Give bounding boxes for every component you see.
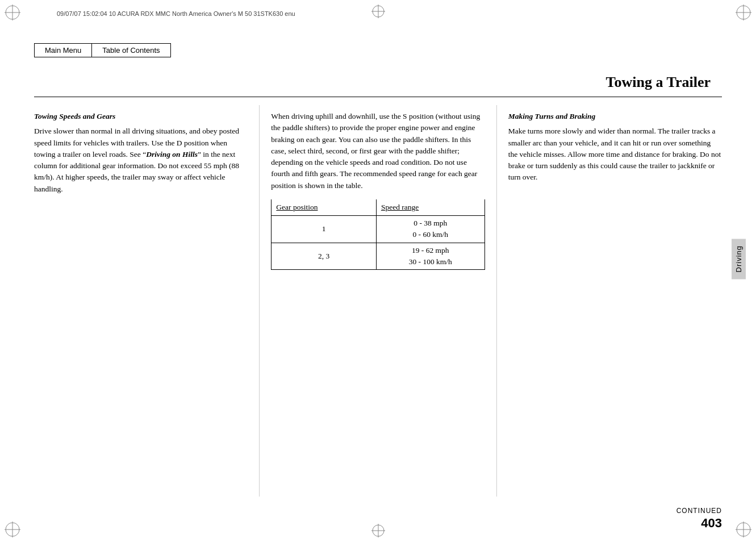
gear-pos-2-3: 2, 3 xyxy=(272,243,377,270)
table-row: 2, 3 19 - 62 mph30 - 100 km/h xyxy=(272,243,484,270)
corner-reg-tl xyxy=(5,5,20,20)
col-left-heading: Towing Speeds and Gears xyxy=(34,111,248,122)
page-title: Towing a Trailer xyxy=(606,74,711,91)
content-area: Towing Speeds and Gears Drive slower tha… xyxy=(34,105,722,497)
main-menu-button[interactable]: Main Menu xyxy=(34,43,91,57)
corner-reg-br xyxy=(736,522,751,537)
gear-table-header-speed: Speed range xyxy=(376,199,484,216)
col-left: Towing Speeds and Gears Drive slower tha… xyxy=(34,105,260,497)
table-row: 1 0 - 38 mph0 - 60 km/h xyxy=(272,216,484,243)
col-middle-body: When driving uphill and downhill, use th… xyxy=(271,111,484,191)
corner-reg-tr xyxy=(736,5,751,20)
col-left-body: Drive slower than normal in all driving … xyxy=(34,126,248,195)
title-rule xyxy=(34,97,722,97)
gear-table-header-position: Gear position xyxy=(272,199,377,216)
col-right-body: Make turns more slowly and wider than no… xyxy=(508,126,722,183)
speed-range-2-3: 19 - 62 mph30 - 100 km/h xyxy=(376,243,484,270)
speed-range-1: 0 - 38 mph0 - 60 km/h xyxy=(376,216,484,243)
gear-pos-1: 1 xyxy=(272,216,377,243)
continued-label: CONTINUED xyxy=(676,507,722,515)
col-middle: When driving uphill and downhill, use th… xyxy=(260,105,496,497)
table-of-contents-button[interactable]: Table of Contents xyxy=(91,43,170,57)
nav-bar: Main Menu Table of Contents xyxy=(34,43,722,57)
crosshair-top xyxy=(371,5,385,18)
driving-tab: Driving xyxy=(732,239,746,279)
page-number: 403 xyxy=(701,516,722,531)
gear-table: Gear position Speed range 1 0 - 38 mph0 … xyxy=(271,199,484,270)
corner-reg-bl xyxy=(5,522,20,537)
col-right: Making Turns and Braking Make turns more… xyxy=(497,105,722,497)
col-right-heading: Making Turns and Braking xyxy=(508,111,722,122)
col-left-bold-link: Driving on Hills xyxy=(146,150,198,159)
footer: CONTINUED 403 xyxy=(34,507,722,531)
print-info: 09/07/07 15:02:04 10 ACURA RDX MMC North… xyxy=(57,10,295,17)
